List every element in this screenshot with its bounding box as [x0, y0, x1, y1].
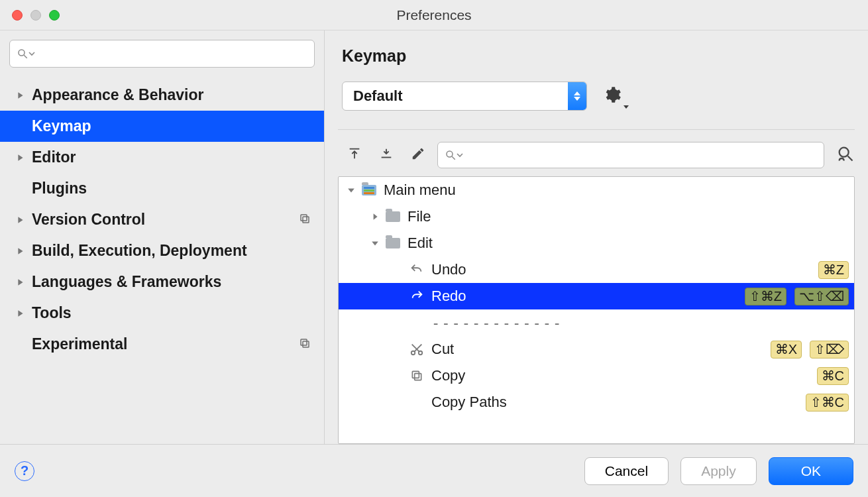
shortcut-badge: ⇧⌘C — [806, 394, 849, 412]
sidebar-item-version-control[interactable]: Version Control — [0, 204, 324, 235]
shortcut-badge: ⌘X — [771, 341, 802, 359]
tree-row[interactable]: Copy Paths⇧⌘C — [339, 389, 854, 415]
chevron-down-icon — [28, 50, 35, 57]
disclosure-arrow-icon — [15, 247, 27, 255]
redo-icon — [409, 289, 425, 304]
disclosure-arrow-icon — [369, 213, 381, 221]
disclosure-arrow-icon — [369, 239, 381, 247]
sidebar-item-label: Editor — [32, 148, 76, 166]
shortcut-badges: ⌘C — [817, 367, 849, 385]
sidebar-item-label: Keymap — [32, 117, 91, 135]
tree-row[interactable]: Cut⌘X⇧⌦ — [339, 336, 854, 362]
sidebar-search-input[interactable] — [35, 46, 307, 62]
find-shortcut-icon — [836, 144, 855, 163]
window-title: Preferences — [0, 7, 868, 23]
project-scope-icon — [299, 335, 311, 353]
sidebar-item-label: Version Control — [32, 211, 145, 229]
sidebar-item-label: Plugins — [32, 180, 87, 197]
edit-shortcut-button[interactable] — [411, 146, 425, 164]
tree-row[interactable]: Main menu — [339, 177, 854, 203]
sidebar-item-label: Build, Execution, Deployment — [32, 242, 247, 260]
tree-row-label: Copy Paths — [431, 394, 806, 411]
tree-row[interactable]: Copy⌘C — [339, 362, 854, 389]
zoom-window-button[interactable] — [49, 10, 60, 21]
svg-point-12 — [840, 148, 849, 157]
sidebar-item-languages-frameworks[interactable]: Languages & Frameworks — [0, 266, 324, 298]
tree-row[interactable]: ------------- — [339, 309, 854, 336]
svg-point-0 — [19, 50, 25, 56]
sidebar-item-tools[interactable]: Tools — [0, 298, 324, 329]
shortcut-badges: ⌘Z — [818, 261, 849, 279]
sidebar-item-editor[interactable]: Editor — [0, 142, 324, 173]
shortcut-badge: ⇧⌦ — [810, 341, 849, 359]
svg-rect-19 — [412, 371, 419, 378]
cancel-button[interactable]: Cancel — [584, 457, 669, 485]
sidebar-item-keymap[interactable]: Keymap — [0, 111, 324, 142]
search-icon — [445, 149, 457, 161]
panel-title: Keymap — [342, 46, 855, 66]
copy-icon — [409, 369, 425, 382]
shortcut-badge: ⌥⇧⌫ — [794, 288, 849, 305]
close-window-button[interactable] — [12, 10, 23, 21]
actions-search[interactable] — [437, 142, 824, 168]
svg-rect-18 — [415, 374, 421, 380]
actions-search-input[interactable] — [463, 148, 817, 163]
scheme-select[interactable]: Default — [342, 82, 587, 111]
search-icon — [17, 48, 28, 60]
body: Appearance & BehaviorKeymapEditorPlugins… — [0, 30, 868, 444]
sidebar-item-appearance-behavior[interactable]: Appearance & Behavior — [0, 80, 324, 111]
main-panel: Keymap Default — [325, 30, 868, 444]
chevron-down-icon — [457, 152, 463, 158]
select-toggle-icon — [568, 82, 586, 110]
pencil-icon — [411, 146, 425, 161]
tree-row-label: Undo — [431, 261, 818, 278]
tree-row-label: ------------- — [431, 315, 854, 331]
undo-icon — [409, 262, 425, 277]
sidebar-search[interactable] — [9, 40, 315, 68]
folder-icon — [385, 211, 401, 222]
expand-all-icon — [347, 146, 362, 161]
shortcut-badges: ⇧⌘Z⌥⇧⌫ — [745, 288, 849, 305]
chevron-down-icon — [623, 104, 629, 111]
tree-row-label: File — [407, 208, 854, 225]
keymap-toolbar — [338, 142, 855, 168]
sidebar-item-label: Appearance & Behavior — [32, 86, 203, 104]
svg-line-1 — [24, 55, 27, 58]
keymap-tree[interactable]: Main menuFileEditUndo⌘ZRedo⇧⌘Z⌥⇧⌫-------… — [338, 176, 855, 444]
collapse-all-button[interactable] — [379, 146, 394, 164]
sidebar-item-label: Languages & Frameworks — [32, 273, 221, 291]
find-by-shortcut-button[interactable] — [836, 144, 855, 166]
sidebar-item-build-execution-deployment[interactable]: Build, Execution, Deployment — [0, 235, 324, 266]
shortcut-badges: ⇧⌘C — [806, 394, 849, 412]
category-list: Appearance & BehaviorKeymapEditorPlugins… — [0, 74, 324, 444]
ok-button[interactable]: OK — [769, 457, 853, 485]
expand-all-button[interactable] — [347, 146, 362, 164]
preferences-window: Preferences Appearance & BehaviorKeymapE… — [0, 0, 868, 497]
tree-row[interactable]: Redo⇧⌘Z⌥⇧⌫ — [339, 283, 854, 309]
folder-icon — [385, 238, 401, 248]
minimize-window-button[interactable] — [30, 10, 41, 21]
help-button[interactable]: ? — [15, 461, 34, 481]
svg-point-10 — [447, 151, 453, 157]
tree-row[interactable]: Undo⌘Z — [339, 256, 854, 283]
svg-rect-5 — [301, 339, 307, 345]
sidebar-item-experimental[interactable]: Experimental — [0, 329, 324, 360]
sidebar: Appearance & BehaviorKeymapEditorPlugins… — [0, 30, 325, 444]
tree-row[interactable]: Edit — [339, 230, 854, 256]
titlebar: Preferences — [0, 0, 868, 30]
shortcut-badges: ⌘X⇧⌦ — [771, 341, 849, 359]
project-scope-icon — [299, 211, 311, 229]
svg-rect-3 — [301, 215, 307, 221]
svg-rect-2 — [303, 217, 309, 223]
tree-row[interactable]: File — [339, 203, 854, 230]
tree-row-label: Redo — [431, 288, 745, 305]
sidebar-item-plugins[interactable]: Plugins — [0, 173, 324, 204]
disclosure-arrow-icon — [15, 154, 27, 162]
cut-icon — [409, 342, 425, 357]
divider — [338, 129, 855, 130]
gear-icon — [603, 85, 622, 104]
sidebar-item-label: Experimental — [32, 335, 127, 353]
scheme-actions-button[interactable] — [603, 85, 629, 107]
apply-button[interactable]: Apply — [680, 457, 757, 485]
tree-row-label: Copy — [431, 367, 817, 384]
